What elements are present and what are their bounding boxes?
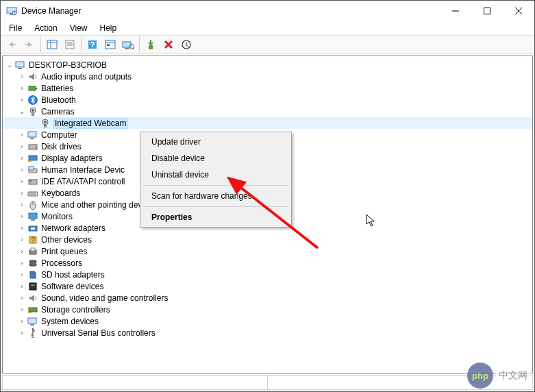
menu-action[interactable]: Action xyxy=(29,22,62,34)
printer-icon xyxy=(27,246,38,257)
ctx-properties[interactable]: Properties xyxy=(142,209,290,225)
tree-item-print-queues[interactable]: › Print queues xyxy=(3,245,532,257)
watermark-logo: php xyxy=(467,363,493,389)
expand-icon[interactable]: › xyxy=(16,84,27,92)
tree-item-other[interactable]: › ? Other devices xyxy=(3,234,532,245)
expand-icon[interactable]: › xyxy=(16,96,27,103)
toolbar-separator xyxy=(40,37,41,52)
tree-item-batteries[interactable]: › Batteries xyxy=(3,82,532,94)
ctx-scan-hardware[interactable]: Scan for hardware changes xyxy=(142,188,290,204)
expand-icon[interactable]: › xyxy=(16,282,27,290)
expand-icon[interactable]: › xyxy=(16,306,27,313)
tree-item-integrated-webcam[interactable]: Integrated Webcam xyxy=(3,117,532,129)
expand-icon[interactable]: › xyxy=(16,259,27,267)
expand-icon[interactable]: › xyxy=(16,73,27,80)
display-adapter-icon xyxy=(27,153,38,164)
menu-view[interactable]: View xyxy=(64,22,93,34)
hid-icon xyxy=(27,164,38,175)
tree-item-software[interactable]: › Software devices xyxy=(3,280,532,292)
svg-rect-48 xyxy=(29,167,34,170)
show-hide-tree-button[interactable] xyxy=(44,37,60,52)
svg-rect-22 xyxy=(123,42,131,47)
device-tree[interactable]: ⌄ DESKTOP-B3CRIOB › Audio inputs and out… xyxy=(2,56,533,373)
svg-rect-69 xyxy=(29,283,36,290)
svg-point-44 xyxy=(35,147,36,149)
watermark-text: 中文网 xyxy=(496,368,530,383)
svg-rect-33 xyxy=(36,88,37,89)
svg-rect-50 xyxy=(29,180,32,182)
expand-icon[interactable]: › xyxy=(16,131,27,138)
svg-rect-37 xyxy=(32,113,34,116)
collapse-icon[interactable]: ⌄ xyxy=(4,61,15,69)
expand-icon[interactable]: › xyxy=(16,236,27,243)
update-driver-button[interactable] xyxy=(142,37,159,52)
system-icon xyxy=(27,316,38,327)
expand-icon[interactable]: › xyxy=(16,166,27,173)
collapse-icon[interactable]: ⌄ xyxy=(16,108,27,115)
menu-file[interactable]: File xyxy=(3,22,27,34)
other-icon: ? xyxy=(27,234,38,245)
action-button[interactable] xyxy=(102,37,119,52)
tree-item-bluetooth[interactable]: › Bluetooth xyxy=(3,94,532,106)
svg-text:?: ? xyxy=(31,236,35,244)
minimize-button[interactable] xyxy=(440,1,471,21)
expand-icon[interactable]: › xyxy=(16,271,27,278)
expand-icon[interactable]: › xyxy=(16,201,27,208)
ctx-separator xyxy=(143,206,288,207)
svg-rect-9 xyxy=(25,44,28,45)
expand-icon[interactable]: › xyxy=(16,294,27,302)
app-icon xyxy=(6,5,17,16)
tree-item-storage-controllers[interactable]: › Storage controllers xyxy=(3,304,532,315)
scan-hardware-button[interactable] xyxy=(120,37,136,52)
svg-rect-8 xyxy=(13,44,16,45)
close-button[interactable] xyxy=(503,1,534,21)
svg-rect-72 xyxy=(28,312,32,313)
usb-icon xyxy=(27,328,38,339)
svg-rect-74 xyxy=(30,324,34,326)
tree-item-system[interactable]: › System devices xyxy=(3,315,532,327)
tree-item-usb[interactable]: › Universal Serial Bus controllers xyxy=(3,327,532,339)
forward-button[interactable] xyxy=(21,37,38,52)
uninstall-device-button[interactable] xyxy=(160,37,177,52)
expand-icon[interactable]: › xyxy=(16,212,27,220)
svg-rect-30 xyxy=(16,62,24,67)
expand-icon[interactable]: › xyxy=(16,177,27,185)
svg-rect-73 xyxy=(28,318,36,323)
expand-icon[interactable]: › xyxy=(16,329,27,336)
svg-rect-23 xyxy=(125,48,129,49)
titlebar: Device Manager xyxy=(1,1,534,21)
tree-item-audio[interactable]: › Audio inputs and outputs xyxy=(3,71,532,82)
maximize-button[interactable] xyxy=(471,1,503,21)
tree-item-sound-video[interactable]: › Sound, video and game controllers xyxy=(3,292,532,304)
ctx-disable-device[interactable]: Disable device xyxy=(142,150,290,167)
ctx-uninstall-device[interactable]: Uninstall device xyxy=(142,167,290,183)
expand-icon[interactable]: › xyxy=(16,317,27,325)
expand-icon[interactable]: › xyxy=(16,143,27,150)
disable-device-button[interactable] xyxy=(178,37,195,52)
expand-icon[interactable]: › xyxy=(16,154,27,162)
tree-root[interactable]: ⌄ DESKTOP-B3CRIOB xyxy=(3,59,532,71)
content-area: ⌄ DESKTOP-B3CRIOB › Audio inputs and out… xyxy=(1,54,534,391)
svg-rect-59 xyxy=(31,228,35,230)
ctx-separator xyxy=(143,185,288,186)
menu-help[interactable]: Help xyxy=(95,22,123,34)
ctx-update-driver[interactable]: Update driver xyxy=(142,134,290,150)
tree-item-cameras[interactable]: ⌄ Cameras xyxy=(3,106,532,117)
toolbar-separator xyxy=(139,37,140,52)
svg-rect-5 xyxy=(484,8,490,14)
svg-rect-40 xyxy=(44,125,47,127)
properties-button[interactable] xyxy=(62,37,78,52)
tree-item-sd-host[interactable]: › SD host adapters xyxy=(3,269,532,280)
svg-rect-71 xyxy=(29,308,37,312)
expand-icon[interactable]: › xyxy=(16,224,27,232)
back-button[interactable] xyxy=(3,37,20,52)
svg-point-39 xyxy=(44,121,47,123)
ide-icon xyxy=(27,176,38,187)
expand-icon[interactable]: › xyxy=(16,189,27,197)
expand-icon[interactable]: › xyxy=(16,247,27,255)
help-button[interactable]: ? xyxy=(84,37,101,52)
tree-item-processors[interactable]: › Processors xyxy=(3,257,532,269)
monitor-icon xyxy=(27,211,38,222)
svg-point-75 xyxy=(32,328,34,330)
keyboard-icon xyxy=(27,188,38,199)
